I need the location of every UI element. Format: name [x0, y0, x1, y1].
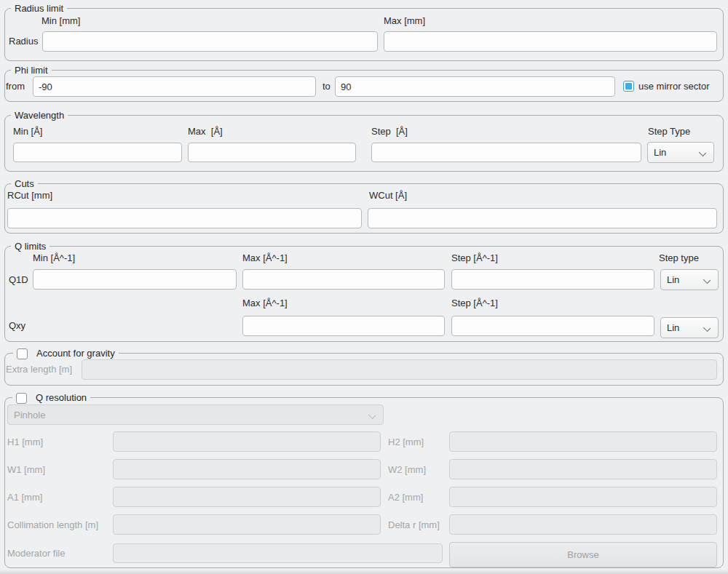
- collimation-length-input: [113, 514, 381, 535]
- w2-input: [449, 459, 717, 479]
- group-gravity-title: Account for gravity: [36, 347, 115, 360]
- group-account-for-gravity: Account for gravity Extra length [m]: [4, 353, 724, 386]
- radius-min-label: Min [mm]: [41, 15, 80, 27]
- group-phi-limit-title: Phi limit: [11, 64, 52, 77]
- radius-max-label: Max [mm]: [384, 15, 425, 27]
- q-resolution-source-value: Pinhole: [14, 410, 45, 420]
- group-phi-limit: Phi limit from to use mirror sector: [4, 70, 724, 102]
- group-q-resolution-header: Q resolution: [12, 391, 90, 404]
- radius-max-input[interactable]: [384, 31, 717, 52]
- moderator-file-label: Moderator file: [7, 548, 65, 559]
- w1-input: [113, 459, 381, 479]
- group-q-limits-title: Q limits: [11, 240, 50, 253]
- a1-input: [113, 487, 381, 507]
- wavelength-step-input[interactable]: [371, 143, 641, 162]
- q1d-step-type-value: Lin: [667, 274, 679, 285]
- wavelength-min-input[interactable]: [13, 143, 182, 162]
- extra-length-label: Extra length [m]: [6, 364, 72, 375]
- wcut-input[interactable]: [368, 208, 717, 228]
- moderator-file-input: [113, 543, 443, 563]
- group-gravity-header: Account for gravity: [13, 347, 119, 360]
- qxy-step-type-select[interactable]: Lin: [660, 317, 719, 338]
- extra-length-input: [82, 359, 717, 380]
- group-cuts: Cuts RCut [mm] WCut [Å]: [4, 183, 724, 234]
- qxy-row-label: Qxy: [9, 320, 25, 332]
- group-cuts-title: Cuts: [11, 178, 38, 191]
- radius-row-label: Radius: [9, 36, 38, 47]
- a2-input: [449, 487, 717, 507]
- use-mirror-sector-checkbox[interactable]: [623, 81, 634, 92]
- group-wavelength-title: Wavelength: [11, 109, 68, 122]
- rcut-input[interactable]: [7, 208, 362, 228]
- h1-label: H1 [mm]: [7, 437, 43, 448]
- chevron-down-icon: [699, 149, 706, 156]
- q-step-label: Step [Å^-1]: [451, 252, 498, 264]
- chevron-down-icon: [703, 276, 711, 284]
- radius-min-input[interactable]: [42, 31, 378, 52]
- checkbox-check-icon: [625, 83, 632, 89]
- q1d-max-input[interactable]: [242, 269, 445, 290]
- rcut-label: RCut [mm]: [7, 190, 52, 202]
- wavelength-step-label: Step [Å]: [371, 126, 408, 137]
- w2-label: W2 [mm]: [388, 464, 426, 476]
- chevron-down-icon: [368, 412, 376, 419]
- qxy-step-label: Step [Å^-1]: [451, 298, 498, 309]
- wavelength-max-label: Max [Å]: [188, 126, 223, 137]
- phi-to-input[interactable]: [335, 76, 615, 97]
- wcut-label: WCut [Å]: [369, 190, 407, 202]
- qxy-max-input[interactable]: [242, 316, 445, 336]
- a1-label: A1 [mm]: [7, 492, 42, 503]
- phi-from-label: from: [6, 81, 25, 92]
- slicer-parameters-panel: Radius limit Min [mm] Max [mm] Radius Ph…: [0, 0, 728, 574]
- wavelength-step-type-select[interactable]: Lin: [647, 142, 714, 163]
- wavelength-max-input[interactable]: [188, 143, 356, 162]
- delta-r-label: Delta r [mm]: [388, 519, 440, 531]
- a2-label: A2 [mm]: [388, 492, 423, 503]
- use-mirror-sector-label: use mirror sector: [638, 81, 710, 92]
- chevron-down-icon: [703, 324, 711, 332]
- q1d-row-label: Q1D: [9, 274, 28, 286]
- wavelength-step-type-label: Step Type: [648, 126, 690, 137]
- qxy-step-type-value: Lin: [667, 322, 679, 333]
- group-radius-limit-title: Radius limit: [11, 2, 67, 15]
- group-q-limits: Q limits Min [Å^-1] Max [Å^-1] Step [Å^-…: [4, 246, 724, 342]
- q-resolution-checkbox[interactable]: [16, 393, 27, 404]
- phi-to-label: to: [323, 81, 331, 92]
- group-q-resolution: Q resolution Pinhole H1 [mm] H2 [mm] W1 …: [4, 397, 724, 568]
- phi-from-input[interactable]: [33, 76, 316, 97]
- q1d-step-input[interactable]: [451, 269, 654, 290]
- qxy-max-label: Max [Å^-1]: [242, 298, 288, 309]
- q1d-min-input[interactable]: [33, 269, 237, 290]
- h2-input: [449, 431, 717, 452]
- browse-button: Browse: [449, 542, 717, 567]
- wavelength-min-label: Min [Å]: [13, 126, 42, 137]
- h2-label: H2 [mm]: [388, 437, 424, 448]
- h1-input: [113, 431, 381, 452]
- w1-label: W1 [mm]: [7, 464, 45, 476]
- group-q-resolution-title: Q resolution: [36, 391, 87, 404]
- qxy-step-input[interactable]: [451, 316, 654, 336]
- q-max-label: Max [Å^-1]: [242, 252, 288, 264]
- q-step-type-label: Step type: [659, 252, 699, 264]
- q-min-label: Min [Å^-1]: [33, 252, 75, 264]
- q1d-step-type-select[interactable]: Lin: [660, 269, 719, 290]
- panel-bottom-edge: [0, 570, 728, 574]
- delta-r-input: [449, 514, 717, 535]
- group-radius-limit: Radius limit Min [mm] Max [mm] Radius: [4, 8, 724, 61]
- wavelength-step-type-value: Lin: [654, 147, 666, 158]
- q-resolution-source-select: Pinhole: [7, 404, 384, 425]
- group-wavelength: Wavelength Min [Å] Max [Å] Step [Å] Step…: [4, 115, 724, 172]
- account-for-gravity-checkbox[interactable]: [17, 348, 28, 359]
- collimation-length-label: Collimation length [m]: [7, 519, 98, 531]
